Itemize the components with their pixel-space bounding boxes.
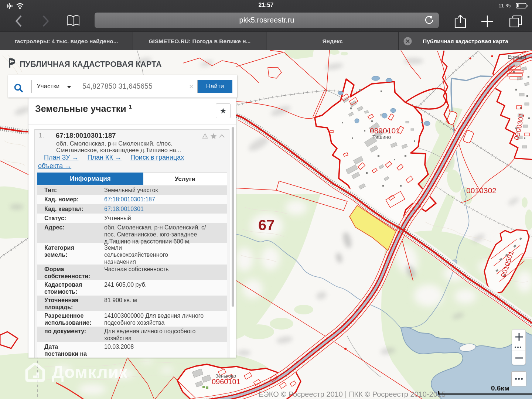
- svg-text:0960101: 0960101: [212, 378, 241, 386]
- svg-text:Тишино: Тишино: [372, 134, 391, 140]
- svg-text:67: 67: [258, 217, 275, 233]
- svg-text:0010302: 0010302: [466, 186, 497, 195]
- svg-text:0890101: 0890101: [370, 126, 400, 135]
- svg-text:Ермаки: Ермаки: [508, 54, 526, 60]
